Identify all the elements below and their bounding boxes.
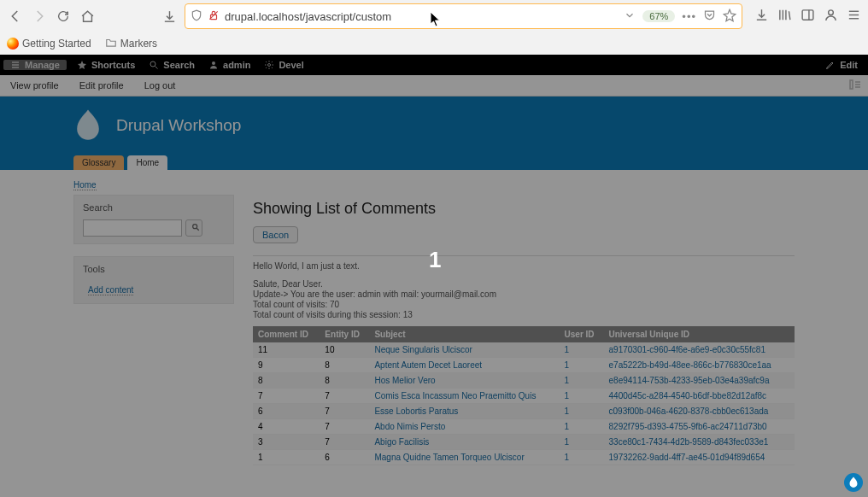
drupal-sub-toolbar: View profile Edit profile Log out bbox=[0, 75, 868, 96]
subbar-orientation-toggle[interactable] bbox=[849, 79, 868, 91]
pocket-icon[interactable] bbox=[703, 9, 716, 24]
cell-subject[interactable]: Esse Lobortis Paratus bbox=[369, 404, 559, 419]
admin-search[interactable]: Search bbox=[142, 60, 202, 70]
tab-glossary[interactable]: Glossary bbox=[73, 155, 124, 170]
svg-line-20 bbox=[196, 228, 199, 231]
cell-uid[interactable]: 1 bbox=[560, 342, 604, 358]
back-button[interactable] bbox=[7, 8, 24, 25]
cell-eid: 10 bbox=[320, 342, 369, 358]
sidebar-search-block: Search bbox=[73, 195, 234, 244]
no-ssl-icon bbox=[208, 9, 220, 24]
svg-point-19 bbox=[193, 225, 197, 229]
admin-manage[interactable]: Manage bbox=[3, 60, 67, 70]
url-dropdown-icon[interactable] bbox=[624, 9, 636, 24]
admin-edit[interactable]: Edit bbox=[818, 60, 865, 70]
cell-cid: 7 bbox=[253, 389, 320, 404]
page-actions-icon[interactable]: ••• bbox=[682, 10, 696, 23]
account-icon[interactable] bbox=[824, 8, 838, 26]
cell-uuid[interactable]: e7a5222b-b49d-48ee-866c-b776830ce1aa bbox=[604, 358, 795, 373]
salute-text: Salute, Dear User. bbox=[253, 279, 795, 289]
cell-uid[interactable]: 1 bbox=[560, 404, 604, 419]
bookmark-star-icon[interactable] bbox=[723, 9, 736, 25]
tour-step-number: 1 bbox=[429, 247, 441, 273]
cell-eid: 7 bbox=[320, 389, 369, 404]
add-content-link[interactable]: Add content bbox=[88, 285, 133, 295]
hamburger-menu-icon[interactable] bbox=[847, 8, 861, 26]
th-uid[interactable]: User ID bbox=[560, 326, 604, 342]
cell-subject[interactable]: Abdo Nimis Persto bbox=[369, 419, 559, 435]
table-row: 1110Neque Singularis Ulciscor1a9170301-c… bbox=[253, 342, 795, 358]
cell-uuid[interactable]: 4400d45c-a284-4540-b6df-bbe82d12af8c bbox=[604, 389, 795, 404]
svg-rect-15 bbox=[850, 80, 853, 89]
pencil-icon bbox=[825, 60, 836, 70]
cell-uuid[interactable]: c093f00b-046a-4620-8378-cbb0ec613ada bbox=[604, 404, 795, 419]
hamburger-icon bbox=[10, 60, 21, 70]
bookmark-getting-started[interactable]: Getting Started bbox=[7, 38, 91, 50]
cell-uid[interactable]: 1 bbox=[560, 358, 604, 373]
admin-devel[interactable]: Devel bbox=[257, 60, 310, 70]
cell-subject[interactable]: Aptent Autem Decet Laoreet bbox=[369, 358, 559, 373]
th-cid[interactable]: Comment ID bbox=[253, 326, 320, 342]
cell-subject[interactable]: Abigo Facilisis bbox=[369, 435, 559, 450]
mouse-cursor-icon bbox=[431, 12, 441, 27]
forward-button[interactable] bbox=[31, 8, 48, 25]
sidebar-search-button[interactable] bbox=[185, 219, 202, 237]
cell-uuid[interactable]: a9170301-c960-4f6e-a6e9-e0c30c55fc81 bbox=[604, 342, 795, 358]
cell-uid[interactable]: 1 bbox=[560, 450, 604, 465]
search-icon bbox=[149, 60, 159, 70]
cell-eid: 8 bbox=[320, 358, 369, 373]
table-row: 16Magna Quidne Tamen Torqueo Ulciscor119… bbox=[253, 450, 795, 465]
cell-uuid[interactable]: 33ce80c1-7434-4d2b-9589-d843fec033e1 bbox=[604, 435, 795, 450]
sidebar-tools-block: Tools Add content bbox=[73, 256, 234, 304]
admin-user[interactable]: admin bbox=[202, 60, 257, 70]
table-row: 67Esse Lobortis Paratus1c093f00b-046a-46… bbox=[253, 404, 795, 419]
sidebar-search-input[interactable] bbox=[83, 219, 182, 237]
folder-icon bbox=[105, 37, 117, 51]
cell-uid[interactable]: 1 bbox=[560, 419, 604, 435]
cell-uid[interactable]: 1 bbox=[560, 435, 604, 450]
comments-table: Comment ID Entity ID Subject User ID Uni… bbox=[253, 326, 795, 465]
subbar-view-profile[interactable]: View profile bbox=[0, 80, 69, 91]
cell-uuid[interactable]: 8292f795-d393-4755-9fb6-ac24711d73b0 bbox=[604, 419, 795, 435]
admin-shortcuts[interactable]: Shortcuts bbox=[70, 60, 142, 70]
cell-eid: 6 bbox=[320, 450, 369, 465]
bookmark-markers[interactable]: Markers bbox=[105, 37, 157, 51]
cell-uuid[interactable]: 19732262-9add-4ff7-ae45-01d94f89d654 bbox=[604, 450, 795, 465]
subbar-edit-profile[interactable]: Edit profile bbox=[69, 80, 134, 91]
breadcrumb-home[interactable]: Home bbox=[73, 180, 97, 190]
cell-uid[interactable]: 1 bbox=[560, 389, 604, 404]
search-icon bbox=[191, 223, 200, 231]
cell-subject[interactable]: Hos Melior Vero bbox=[369, 373, 559, 389]
downloads-tray-icon[interactable] bbox=[161, 8, 178, 25]
bacon-button[interactable]: Bacon bbox=[253, 226, 298, 243]
th-uuid[interactable]: Universal Unique ID bbox=[604, 326, 795, 342]
firefox-icon bbox=[7, 38, 19, 50]
subbar-logout[interactable]: Log out bbox=[134, 80, 186, 91]
th-subj[interactable]: Subject bbox=[369, 326, 559, 342]
sidebar-icon[interactable] bbox=[801, 8, 815, 26]
home-button[interactable] bbox=[79, 8, 96, 25]
library-icon[interactable] bbox=[777, 8, 792, 26]
tab-home[interactable]: Home bbox=[127, 155, 167, 170]
cell-uid[interactable]: 1 bbox=[560, 373, 604, 389]
star-icon bbox=[77, 60, 87, 70]
reload-button[interactable] bbox=[55, 8, 72, 25]
table-row: 37Abigo Facilisis133ce80c1-7434-4d2b-958… bbox=[253, 435, 795, 450]
cell-subject[interactable]: Magna Quidne Tamen Torqueo Ulciscor bbox=[369, 450, 559, 465]
help-orb[interactable] bbox=[844, 473, 863, 492]
gear-icon bbox=[264, 60, 274, 70]
table-row: 77Comis Esca Incassum Neo Praemitto Quis… bbox=[253, 389, 795, 404]
cell-cid: 4 bbox=[253, 419, 320, 435]
cell-subject[interactable]: Neque Singularis Ulciscor bbox=[369, 342, 559, 358]
zoom-badge[interactable]: 67% bbox=[642, 10, 675, 22]
cell-subject[interactable]: Comis Esca Incassum Neo Praemitto Quis bbox=[369, 389, 559, 404]
th-eid[interactable]: Entity ID bbox=[320, 326, 369, 342]
svg-line-12 bbox=[155, 67, 158, 69]
cell-cid: 3 bbox=[253, 435, 320, 450]
table-row: 98Aptent Autem Decet Laoreet1e7a5222b-b4… bbox=[253, 358, 795, 373]
site-title[interactable]: Drupal Workshop bbox=[116, 116, 241, 135]
url-bar[interactable]: drupal.localhost/javascript/custom 67% •… bbox=[185, 3, 742, 29]
cell-cid: 8 bbox=[253, 373, 320, 389]
downloads-icon[interactable] bbox=[754, 8, 769, 26]
cell-uuid[interactable]: e8e94114-753b-4233-95eb-03e4a39afc9a bbox=[604, 373, 795, 389]
